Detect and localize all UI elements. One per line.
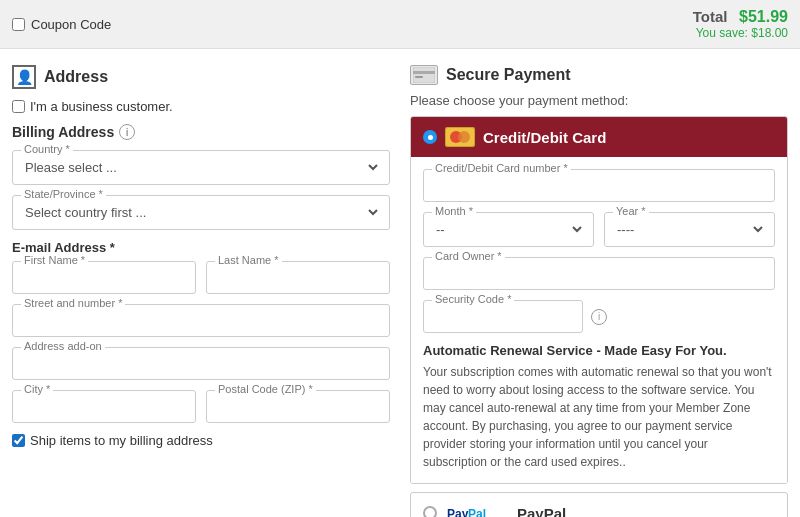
credit-card-header[interactable]: Credit/Debit Card [411,117,787,157]
country-label: Country * [21,143,73,155]
address-title: Address [44,68,108,86]
payment-header: Secure Payment [410,65,788,85]
security-info-icon[interactable]: i [591,309,607,325]
country-field: Country * Please select ... [12,150,390,185]
card-number-field: Credit/Debit Card number * [423,169,775,202]
address-addon-input[interactable] [21,354,381,373]
credit-card-icon [445,127,475,147]
lastname-label: Last Name * [215,254,282,266]
address-addon-field: Address add-on [12,347,390,380]
billing-title-row: Billing Address i [12,124,390,140]
month-label: Month * [432,205,476,217]
billing-title-text: Billing Address [12,124,114,140]
svg-text:Pay: Pay [447,507,469,518]
postal-field: Postal Code (ZIP) * [206,390,390,423]
coupon-label: Coupon Code [31,17,111,32]
security-field: Security Code * [423,300,583,333]
card-number-input[interactable] [432,176,766,195]
lastname-field: Last Name * [206,261,390,294]
city-field: City * [12,390,196,423]
state-field: State/Province * Select country first ..… [12,195,390,230]
security-row: Security Code * i [423,300,775,333]
renewal-title: Automatic Renewal Service - Made Easy Fo… [423,343,775,358]
email-label: E-mail Address * [12,240,390,255]
address-header: 👤 Address [12,65,390,89]
state-select[interactable]: Select country first ... [21,202,381,223]
paypal-radio[interactable] [423,506,437,517]
year-select[interactable]: ---- [613,219,766,240]
coupon-checkbox[interactable] [12,18,25,31]
svg-rect-2 [415,76,423,78]
address-column: 👤 Address I'm a business customer. Billi… [12,65,390,517]
svg-rect-0 [413,67,435,83]
month-select[interactable]: -- [432,219,585,240]
year-label: Year * [613,205,649,217]
coupon-section: Coupon Code [12,17,111,32]
ship-label[interactable]: Ship items to my billing address [30,433,213,448]
firstname-field: First Name * [12,261,196,294]
month-year-row: Month * -- Year * ---- [423,212,775,247]
payment-column: Secure Payment Please choose your paymen… [410,65,788,517]
top-bar: Coupon Code Total $51.99 You save: $18.0… [0,0,800,49]
business-customer-row: I'm a business customer. [12,99,390,114]
city-label: City * [21,383,53,395]
business-checkbox[interactable] [12,100,25,113]
postal-label: Postal Code (ZIP) * [215,383,316,395]
address-icon: 👤 [12,65,36,89]
street-input[interactable] [21,311,381,330]
credit-card-panel: Credit/Debit Card Credit/Debit Card numb… [410,116,788,484]
street-field: Street and number * [12,304,390,337]
card-number-label: Credit/Debit Card number * [432,162,571,174]
paypal-panel[interactable]: Pay Pal PayPal [410,492,788,517]
firstname-input[interactable] [21,268,187,287]
firstname-label: First Name * [21,254,88,266]
payment-title-text: Secure Payment [446,66,571,84]
city-input[interactable] [21,397,187,416]
credit-card-body: Credit/Debit Card number * Month * -- Ye… [411,157,787,483]
savings-text: You save: $18.00 [693,26,788,40]
country-select[interactable]: Please select ... [21,157,381,178]
ship-checkbox-row: Ship items to my billing address [12,433,390,448]
total-label: Total [693,8,728,25]
secure-payment-icon [410,65,438,85]
security-label: Security Code * [432,293,514,305]
choose-method-text: Please choose your payment method: [410,93,788,108]
card-owner-field: Card Owner * [423,257,775,290]
ship-checkbox[interactable] [12,434,25,447]
paypal-label: PayPal [517,505,566,518]
name-row: First Name * Last Name * [12,261,390,294]
total-section: Total $51.99 You save: $18.00 [693,8,788,40]
address-addon-label: Address add-on [21,340,105,352]
credit-card-radio[interactable] [423,130,437,144]
postal-input[interactable] [215,397,381,416]
credit-card-title: Credit/Debit Card [483,129,606,146]
city-postal-row: City * Postal Code (ZIP) * [12,390,390,423]
svg-rect-1 [413,71,435,74]
svg-text:Pal: Pal [468,507,486,518]
card-owner-label: Card Owner * [432,250,505,262]
card-owner-input[interactable] [432,264,766,283]
year-field: Year * ---- [604,212,775,247]
total-amount: $51.99 [739,8,788,25]
security-input[interactable] [432,307,574,326]
state-label: State/Province * [21,188,106,200]
renewal-text: Your subscription comes with automatic r… [423,363,775,471]
billing-info-icon[interactable]: i [119,124,135,140]
paypal-icon: Pay Pal [447,503,507,517]
street-label: Street and number * [21,297,125,309]
business-label[interactable]: I'm a business customer. [30,99,173,114]
lastname-input[interactable] [215,268,381,287]
month-field: Month * -- [423,212,594,247]
svg-point-5 [458,131,470,143]
main-content: 👤 Address I'm a business customer. Billi… [0,49,800,517]
